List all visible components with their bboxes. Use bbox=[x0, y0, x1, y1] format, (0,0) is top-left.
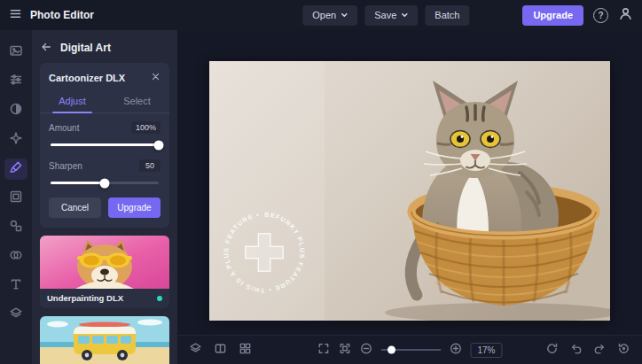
rail-item-artsy[interactable] bbox=[4, 159, 27, 180]
underpainting-thumbnail bbox=[40, 236, 169, 289]
app-title: Photo Editor bbox=[30, 9, 94, 21]
effects-list: Underpainting DLX bbox=[40, 236, 169, 364]
canvas-viewport[interactable]: BEFUNKY PLUS FEATURE • THIS IS A PLUS FE… bbox=[177, 30, 642, 335]
effect-name: Underpainting DLX bbox=[47, 293, 123, 303]
sharpen-value[interactable]: 50 bbox=[139, 159, 160, 172]
frame-icon bbox=[9, 190, 23, 207]
chevron-down-icon bbox=[341, 10, 348, 20]
account-button[interactable] bbox=[618, 6, 633, 24]
zoom-level[interactable]: 17% bbox=[470, 343, 502, 358]
zoom-in-icon bbox=[449, 342, 462, 358]
oil-painting-thumbnail bbox=[40, 316, 169, 364]
rail-item-sparkle[interactable] bbox=[4, 129, 27, 151]
amount-slider-fill bbox=[51, 143, 159, 146]
amount-label: Amount bbox=[49, 123, 79, 133]
overlay-icon bbox=[9, 248, 23, 266]
rail-item-photo[interactable] bbox=[4, 42, 27, 63]
back-arrow-icon bbox=[40, 41, 52, 56]
panel-title: Digital Art bbox=[60, 42, 111, 54]
effects-icon bbox=[9, 102, 23, 120]
save-label: Save bbox=[374, 10, 396, 20]
hamburger-icon bbox=[9, 7, 22, 23]
effect-card-underpainting[interactable]: Underpainting DLX bbox=[40, 236, 169, 308]
photo-icon bbox=[9, 43, 23, 61]
rotate-icon bbox=[545, 342, 559, 358]
layers-icon bbox=[9, 306, 23, 324]
amount-value[interactable]: 100% bbox=[131, 121, 160, 134]
text-icon bbox=[9, 277, 23, 295]
layers-icon bbox=[189, 342, 202, 358]
sharpen-slider-group: Sharpen 50 bbox=[40, 151, 169, 190]
batch-label: Batch bbox=[435, 10, 459, 20]
cancel-button[interactable]: Cancel bbox=[49, 197, 101, 218]
user-icon bbox=[618, 6, 633, 24]
rail-item-textures[interactable] bbox=[4, 305, 27, 326]
top-bar: Photo Editor Open Save Batch Upgrade bbox=[0, 0, 642, 30]
rail-item-frames[interactable] bbox=[4, 188, 27, 209]
apply-upgrade-button[interactable]: Upgrade bbox=[108, 197, 160, 218]
sparkle-icon bbox=[9, 131, 23, 149]
sharpen-slider-fill bbox=[51, 182, 105, 184]
menu-button[interactable] bbox=[9, 7, 22, 23]
zoom-out-button[interactable] bbox=[359, 342, 372, 358]
photo-canvas[interactable]: BEFUNKY PLUS FEATURE • THIS IS A PLUS FE… bbox=[209, 61, 610, 321]
brush-icon bbox=[9, 160, 23, 178]
zoom-slider-knob[interactable] bbox=[388, 346, 395, 354]
grid-icon bbox=[239, 342, 252, 358]
amount-slider[interactable] bbox=[51, 143, 159, 146]
fit-screen-button[interactable] bbox=[338, 342, 351, 358]
close-button[interactable] bbox=[151, 71, 160, 84]
bottom-toolbar: 17% bbox=[177, 335, 642, 364]
tool-card: Cartoonizer DLX Adjust Select Amount 100… bbox=[40, 63, 169, 228]
fullscreen-button[interactable] bbox=[317, 342, 330, 358]
open-button[interactable]: Open bbox=[302, 5, 357, 26]
question-icon: ? bbox=[598, 11, 603, 20]
reset-button[interactable] bbox=[617, 342, 630, 358]
rail-item-effects[interactable] bbox=[4, 100, 27, 121]
upgrade-button[interactable]: Upgrade bbox=[522, 5, 583, 26]
zoom-in-button[interactable] bbox=[449, 342, 462, 358]
side-panel: Digital Art Cartoonizer DLX Adjust Selec… bbox=[32, 30, 177, 364]
amount-slider-knob[interactable] bbox=[154, 140, 164, 150]
photo-editor-app: Photo Editor Open Save Batch Upgrade bbox=[0, 0, 642, 364]
sharpen-slider-knob[interactable] bbox=[100, 178, 110, 188]
cat-image bbox=[209, 61, 610, 321]
batch-button[interactable]: Batch bbox=[425, 5, 469, 26]
rail-item-adjust[interactable] bbox=[4, 71, 27, 92]
rail-item-graphics[interactable] bbox=[4, 217, 27, 238]
redo-icon bbox=[593, 342, 607, 358]
fit-screen-icon bbox=[338, 342, 351, 358]
shapes-icon bbox=[9, 219, 23, 236]
save-button[interactable]: Save bbox=[364, 5, 418, 26]
effect-card-oil-painting[interactable]: Oil Painting DLX bbox=[40, 316, 169, 364]
chevron-down-icon bbox=[401, 10, 408, 20]
rail-item-text[interactable] bbox=[4, 275, 27, 297]
compare-button[interactable] bbox=[214, 342, 227, 358]
thumbnails-button[interactable] bbox=[239, 342, 252, 358]
tab-adjust[interactable]: Adjust bbox=[40, 90, 105, 112]
undo-button[interactable] bbox=[569, 342, 583, 358]
canvas-area: BEFUNKY PLUS FEATURE • THIS IS A PLUS FE… bbox=[177, 30, 642, 364]
back-button[interactable] bbox=[40, 41, 52, 56]
compare-icon bbox=[214, 342, 227, 358]
rotate-button[interactable] bbox=[545, 342, 559, 358]
premium-dot bbox=[157, 296, 162, 301]
layers-button[interactable] bbox=[189, 342, 202, 358]
tool-tabs: Adjust Select bbox=[40, 90, 169, 113]
open-label: Open bbox=[312, 10, 336, 20]
redo-button[interactable] bbox=[593, 342, 607, 358]
tool-rail bbox=[0, 30, 32, 364]
close-icon bbox=[151, 71, 160, 84]
sharpen-slider[interactable] bbox=[51, 182, 159, 184]
rail-item-overlays[interactable] bbox=[4, 246, 27, 267]
zoom-out-icon bbox=[359, 342, 372, 358]
tab-select[interactable]: Select bbox=[105, 90, 169, 112]
reset-icon bbox=[617, 342, 630, 358]
zoom-slider[interactable] bbox=[380, 349, 441, 351]
help-button[interactable]: ? bbox=[593, 8, 608, 23]
fullscreen-icon bbox=[317, 342, 330, 358]
tool-title: Cartoonizer DLX bbox=[49, 73, 125, 83]
undo-icon bbox=[569, 342, 583, 358]
sliders-icon bbox=[9, 73, 23, 90]
sharpen-label: Sharpen bbox=[49, 161, 82, 171]
